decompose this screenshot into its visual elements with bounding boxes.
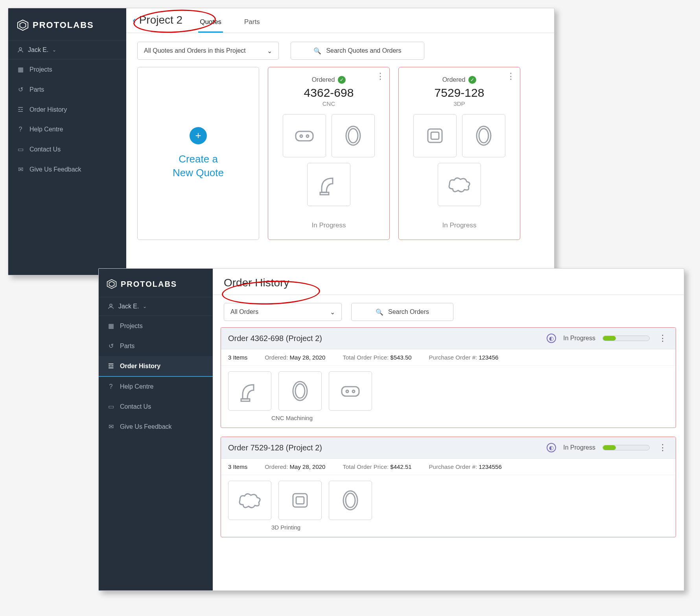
search-icon: 🔍 <box>313 47 321 55</box>
user-menu[interactable]: Jack E. ⌄ <box>99 297 213 316</box>
filter-label: All Quotes and Orders in this Project <box>144 47 246 54</box>
quote-status: Ordered ✓ <box>312 76 346 84</box>
sidebar-item-label: Order History <box>29 106 67 113</box>
quote-status: Ordered ✓ <box>442 76 477 84</box>
sidebar-item-label: Contact Us <box>29 146 61 153</box>
part-thumbnails <box>274 114 383 206</box>
logo-icon <box>107 279 117 289</box>
search-orders-button[interactable]: 🔍 Search Orders <box>351 303 453 321</box>
sidebar-item-feedback[interactable]: ✉ Give Us Feedback <box>99 417 213 437</box>
quote-process: 3DP <box>453 100 465 107</box>
tab-quotes[interactable]: Quotes <box>198 14 223 33</box>
search-quotes-button[interactable]: 🔍 Search Quotes and Orders <box>291 42 424 60</box>
svg-point-20 <box>346 390 348 393</box>
sidebar-item-label: Parts <box>120 343 134 350</box>
tab-parts[interactable]: Parts <box>243 14 262 33</box>
sidebar-item-order-history[interactable]: ☲ Order History <box>99 356 213 377</box>
order-meta: 3 Items Ordered: May 28, 2020 Total Orde… <box>221 459 676 475</box>
filter-select[interactable]: All Quotes and Orders in this Project ⌄ <box>137 42 279 60</box>
project-main: ‹ Project 2 Quotes Parts All Quotes and … <box>126 8 554 275</box>
quote-number: 7529-128 <box>435 86 484 100</box>
kebab-icon[interactable]: ⋮ <box>657 333 669 343</box>
order-row: Order 7529-128 (Project 2) ◐ In Progress… <box>221 437 676 537</box>
order-thumbnails <box>221 366 676 413</box>
project-toolbar: All Quotes and Orders in this Project ⌄ … <box>126 33 554 65</box>
chevron-down-icon: ⌄ <box>143 304 147 309</box>
user-name: Jack E. <box>118 303 139 310</box>
svg-point-15 <box>110 304 112 306</box>
quote-card[interactable]: ⋮ Ordered ✓ 4362-698 CNC In Progress <box>268 67 390 240</box>
part-thumbnail[interactable] <box>228 481 271 520</box>
part-thumbnail[interactable] <box>413 114 457 157</box>
sidebar-item-parts[interactable]: ↺ Parts <box>99 336 213 356</box>
moon-icon: ◐ <box>547 443 556 452</box>
sidebar-item-parts[interactable]: ↺ Parts <box>8 79 126 100</box>
part-thumbnail[interactable] <box>332 114 375 157</box>
user-icon <box>17 46 24 53</box>
svg-rect-3 <box>296 131 313 141</box>
user-menu[interactable]: Jack E. ⌄ <box>8 41 126 59</box>
sidebar: PROTOLABS Jack E. ⌄ ▦ Projects ↺ Parts ☲… <box>99 269 213 590</box>
project-tabs: Quotes Parts <box>198 14 262 33</box>
sidebar-item-feedback[interactable]: ✉ Give Us Feedback <box>8 159 126 179</box>
svg-rect-22 <box>293 494 307 507</box>
project-topbar: ‹ Project 2 Quotes Parts <box>126 8 554 33</box>
brand-logo: PROTOLABS <box>8 12 126 41</box>
sidebar-item-label: Help Centre <box>29 126 63 133</box>
sidebar-item-projects[interactable]: ▦ Projects <box>8 59 126 79</box>
kebab-icon[interactable]: ⋮ <box>657 443 669 453</box>
sidebar-item-help-centre[interactable]: ? Help Centre <box>99 377 213 397</box>
chevron-left-icon[interactable]: ‹ <box>133 14 136 26</box>
brand-text: PROTOLABS <box>33 20 94 30</box>
brand-logo: PROTOLABS <box>99 273 213 297</box>
kebab-icon[interactable]: ⋮ <box>376 71 385 81</box>
part-thumbnail[interactable] <box>329 371 372 411</box>
part-thumbnail[interactable] <box>307 163 350 206</box>
quote-card[interactable]: ⋮ Ordered ✓ 7529-128 3DP In Progress <box>398 67 520 240</box>
chat-icon: ✉ <box>17 166 24 173</box>
order-title: Order 4362-698 (Project 2) <box>228 334 322 343</box>
svg-rect-10 <box>431 132 439 139</box>
svg-point-5 <box>306 135 309 137</box>
svg-point-21 <box>352 390 355 393</box>
kebab-icon[interactable]: ⋮ <box>507 71 515 81</box>
quote-process: CNC <box>322 100 335 107</box>
svg-point-7 <box>348 129 358 143</box>
orders-filter-select[interactable]: All Orders ⌄ <box>224 303 342 321</box>
progress-bar <box>602 445 650 450</box>
sidebar-item-projects[interactable]: ▦ Projects <box>99 316 213 336</box>
quote-number: 4362-698 <box>304 86 354 100</box>
search-label: Search Quotes and Orders <box>326 47 401 54</box>
help-icon: ? <box>17 126 24 133</box>
order-status: In Progress <box>563 335 595 342</box>
part-thumbnail[interactable] <box>283 114 326 157</box>
order-header[interactable]: Order 4362-698 (Project 2) ◐ In Progress… <box>221 328 676 349</box>
order-history-window: PROTOLABS Jack E. ⌄ ▦ Projects ↺ Parts ☲… <box>98 268 684 591</box>
sidebar-item-order-history[interactable]: ☲ Order History <box>8 100 126 120</box>
sidebar-item-label: Give Us Feedback <box>120 423 172 430</box>
part-thumbnail[interactable] <box>278 371 322 411</box>
part-thumbnail[interactable] <box>228 371 271 411</box>
order-history-main: Order History All Orders ⌄ 🔍 Search Orde… <box>213 269 684 590</box>
sidebar-item-contact-us[interactable]: ▭ Contact Us <box>99 397 213 417</box>
check-icon: ✓ <box>468 76 476 84</box>
sidebar-item-help-centre[interactable]: ? Help Centre <box>8 120 126 139</box>
sidebar-item-label: Projects <box>120 323 143 330</box>
sidebar-item-label: Help Centre <box>120 383 153 390</box>
sidebar-item-contact-us[interactable]: ▭ Contact Us <box>8 139 126 159</box>
project-title-row[interactable]: ‹ Project 2 <box>133 14 182 33</box>
create-quote-card[interactable]: + Create a New Quote <box>137 67 259 240</box>
svg-point-18 <box>295 384 305 398</box>
part-thumbnail[interactable] <box>462 114 505 157</box>
page-title: Order History <box>224 277 289 289</box>
search-label: Search Orders <box>388 308 429 315</box>
part-thumbnail[interactable] <box>438 163 481 206</box>
sidebar-item-label: Give Us Feedback <box>29 166 81 173</box>
quote-cards: + Create a New Quote ⋮ Ordered ✓ 4362-69… <box>126 65 554 251</box>
order-process: CNC Machining <box>264 413 676 428</box>
part-thumbnail[interactable] <box>329 481 372 520</box>
grid-icon: ▦ <box>17 66 24 73</box>
page-title-bar: Order History <box>213 269 684 295</box>
order-header[interactable]: Order 7529-128 (Project 2) ◐ In Progress… <box>221 437 676 459</box>
part-thumbnail[interactable] <box>278 481 322 520</box>
